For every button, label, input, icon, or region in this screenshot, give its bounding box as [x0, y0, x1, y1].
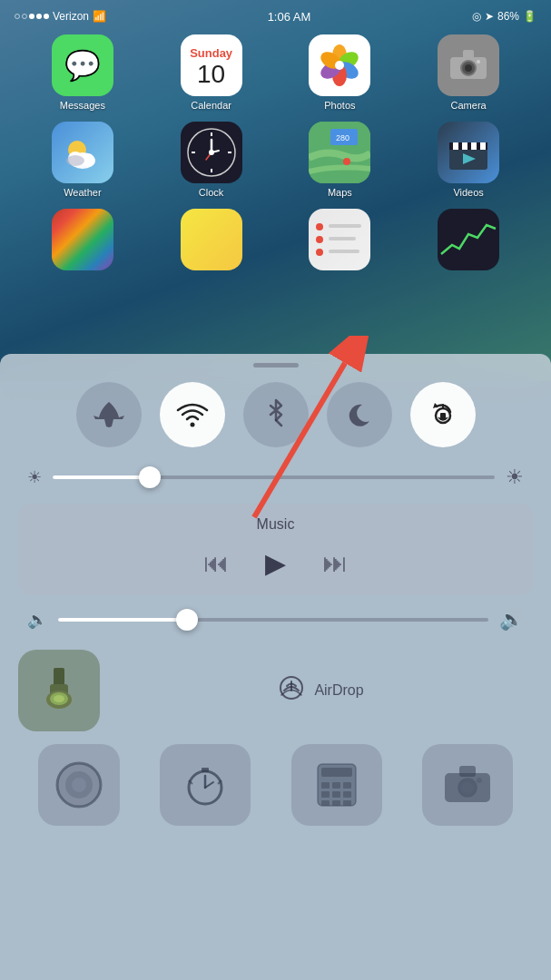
calendar-day: 10 [197, 60, 225, 89]
app-calendar[interactable]: Sunday 10 Calendar [162, 34, 261, 111]
app-camera[interactable]: Camera [418, 34, 518, 111]
clock-label: Clock [199, 187, 224, 198]
dnd-toggle[interactable] [327, 382, 392, 447]
bottom-tools: AirDrop [0, 641, 551, 731]
svg-point-52 [54, 695, 64, 702]
wifi-toggle[interactable] [160, 382, 225, 447]
volume-track[interactable] [58, 618, 488, 622]
svg-rect-67 [343, 782, 351, 789]
play-pause-button[interactable]: ▶ [265, 547, 286, 579]
svg-point-17 [66, 155, 84, 166]
brightness-row: ☀ ☀ [0, 460, 551, 495]
svg-rect-39 [329, 224, 361, 228]
calendar-label: Calendar [191, 100, 231, 111]
signal-dot-4 [36, 14, 42, 19]
maps-label: Maps [328, 187, 352, 198]
camera-label: Camera [451, 100, 487, 111]
drag-handle[interactable] [0, 354, 551, 373]
bluetooth-toggle[interactable] [243, 382, 309, 447]
arrow-icon: ➤ [485, 10, 494, 23]
app-clock[interactable]: Clock [162, 122, 261, 198]
flashlight-button[interactable] [18, 650, 100, 731]
status-left: Verizon 📶 [15, 10, 106, 23]
weather-label: Weather [64, 187, 101, 198]
svg-rect-68 [321, 791, 330, 798]
airplane-mode-toggle[interactable] [76, 382, 142, 447]
partial-wallet-icon [52, 209, 113, 270]
app-videos[interactable]: Videos [418, 122, 518, 198]
home-screen: Verizon 📶 1:06 AM ◎ ➤ 86% 🔋 💬 Messages S… [0, 0, 551, 381]
brightness-track[interactable] [53, 475, 495, 479]
maps-icon[interactable]: 280 [309, 122, 370, 183]
volume-max-icon: 🔊 [499, 608, 524, 632]
calculator-button[interactable] [291, 744, 382, 826]
svg-rect-33 [453, 142, 458, 150]
calendar-month: Sunday [190, 46, 232, 60]
camera-quick-button[interactable] [422, 744, 513, 826]
svg-rect-41 [329, 237, 356, 240]
svg-rect-35 [471, 142, 477, 150]
svg-rect-36 [480, 142, 486, 150]
battery-icon: 🔋 [523, 10, 536, 23]
clock-display: 1:06 AM [268, 10, 311, 24]
signal-dot-3 [29, 14, 34, 19]
app-weather[interactable]: Weather [33, 122, 133, 198]
svg-rect-66 [332, 782, 340, 789]
svg-point-77 [462, 782, 473, 793]
airdrop-icon [278, 674, 305, 708]
music-title: Music [36, 516, 515, 533]
timer-button[interactable] [160, 744, 251, 826]
control-center: ☀ ☀ Music ⏮ ▶ ⏭ 🔈 🔊 [0, 354, 551, 980]
partial-app-row [0, 203, 551, 276]
svg-point-26 [209, 150, 214, 155]
signal-dot-1 [15, 14, 20, 19]
svg-rect-64 [321, 768, 352, 777]
music-section: Music ⏮ ▶ ⏭ [18, 504, 533, 595]
svg-text:280: 280 [336, 133, 349, 142]
app-maps[interactable]: 280 Maps [290, 122, 389, 198]
camera-ring-button[interactable] [38, 744, 120, 826]
volume-thumb[interactable] [176, 609, 198, 631]
status-bar: Verizon 📶 1:06 AM ◎ ➤ 86% 🔋 [0, 0, 551, 29]
app-row-2: Weather Clock [0, 116, 551, 203]
svg-rect-73 [343, 800, 351, 806]
messages-label: Messages [60, 100, 105, 111]
previous-track-button[interactable]: ⏮ [203, 548, 229, 578]
svg-rect-65 [321, 782, 330, 789]
svg-line-60 [205, 782, 213, 788]
airdrop-area[interactable]: AirDrop [109, 650, 533, 731]
next-track-button[interactable]: ⏭ [322, 548, 348, 578]
brightness-fill [53, 475, 150, 479]
app-row-1: 💬 Messages Sunday 10 Calendar [0, 29, 551, 116]
svg-rect-48 [54, 668, 64, 686]
app-photos[interactable]: Photos [290, 34, 389, 111]
svg-point-44 [190, 423, 194, 427]
wifi-icon: 📶 [93, 10, 106, 23]
svg-rect-70 [343, 791, 351, 798]
rotation-lock-toggle[interactable] [410, 382, 476, 447]
volume-min-icon: 🔈 [27, 610, 47, 630]
svg-point-40 [316, 236, 323, 243]
location-icon: ◎ [472, 10, 481, 23]
svg-point-56 [72, 778, 86, 792]
weather-icon[interactable] [52, 122, 113, 183]
svg-point-12 [477, 60, 480, 64]
svg-rect-34 [462, 142, 467, 150]
photos-icon[interactable] [309, 34, 370, 96]
photos-label: Photos [324, 100, 355, 111]
svg-rect-43 [329, 250, 359, 253]
videos-icon[interactable] [438, 122, 499, 183]
videos-label: Videos [453, 187, 483, 198]
clock-icon[interactable] [181, 122, 242, 183]
signal-bars [15, 14, 49, 19]
svg-rect-72 [332, 800, 340, 806]
brightness-max-icon: ☀ [506, 466, 524, 489]
partial-reminders-icon [309, 209, 370, 270]
camera-icon[interactable] [438, 34, 499, 96]
app-messages[interactable]: 💬 Messages [33, 34, 133, 111]
brightness-thumb[interactable] [139, 466, 161, 488]
calendar-icon[interactable]: Sunday 10 [181, 34, 242, 96]
messages-icon[interactable]: 💬 [52, 34, 113, 96]
handle-bar [253, 363, 299, 368]
svg-point-11 [465, 64, 472, 72]
